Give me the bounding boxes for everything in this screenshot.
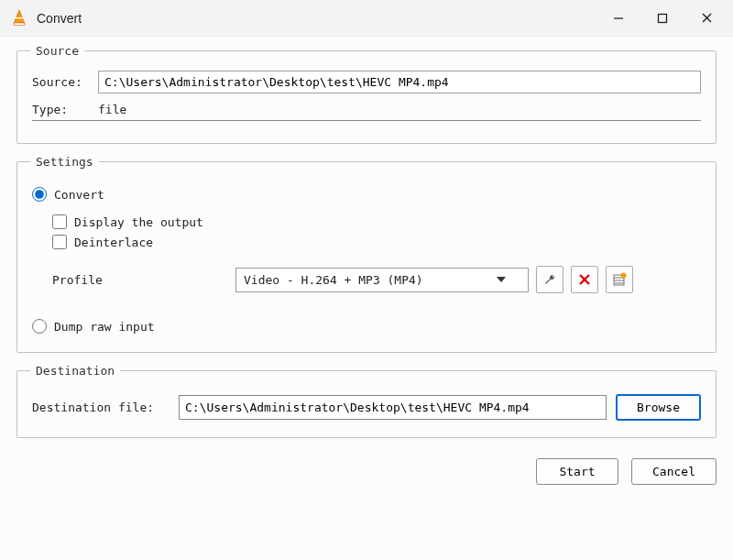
type-value: file [98,103,126,116]
dialog-buttons: Start Cancel [0,456,733,485]
deinterlace-label: Deinterlace [74,236,153,249]
settings-legend: Settings [30,155,99,169]
dropdown-icon [497,277,506,282]
new-profile-icon [612,272,627,287]
dump-raw-radio[interactable]: Dump raw input [32,319,701,334]
convert-radio-input[interactable] [32,187,47,202]
destination-input[interactable] [179,395,607,420]
display-output-checkbox[interactable]: Display the output [52,214,701,229]
new-profile-button[interactable] [606,266,633,293]
source-label: Source: [32,75,98,89]
profile-value: Video - H.264 + MP3 (MP4) [244,273,423,287]
profile-label: Profile [52,273,235,287]
minimize-button[interactable] [597,5,640,32]
destination-legend: Destination [30,364,120,378]
destination-group: Destination Destination file: Browse [16,364,717,438]
svg-rect-0 [14,23,25,25]
close-button[interactable] [685,5,728,32]
svg-rect-1 [16,17,23,18]
profile-select[interactable]: Video - H.264 + MP3 (MP4) [235,268,529,292]
svg-rect-3 [659,14,667,22]
app-icon [9,8,29,28]
deinterlace-input[interactable] [52,235,67,249]
delete-icon [578,273,591,286]
dump-raw-radio-input[interactable] [32,319,47,334]
settings-group: Settings Convert Display the output Dein… [16,155,717,353]
cancel-button[interactable]: Cancel [631,458,717,485]
convert-radio[interactable]: Convert [32,187,701,202]
delete-profile-button[interactable] [571,266,598,293]
source-input[interactable] [98,71,701,93]
source-group: Source Source: Type: file [16,44,717,144]
titlebar: Convert [0,0,733,37]
display-output-label: Display the output [74,215,203,229]
start-button[interactable]: Start [536,458,618,485]
maximize-button[interactable] [641,5,684,32]
window-controls [597,5,728,32]
convert-radio-label: Convert [54,188,104,202]
wrench-icon [542,272,557,287]
destination-label: Destination file: [32,401,179,414]
window-title: Convert [37,11,597,26]
svg-point-12 [621,273,627,279]
edit-profile-button[interactable] [536,266,563,293]
display-output-input[interactable] [52,214,67,229]
type-label: Type: [32,103,98,116]
source-legend: Source [30,44,84,58]
dump-raw-label: Dump raw input [54,320,155,334]
browse-button[interactable]: Browse [616,394,701,421]
deinterlace-checkbox[interactable]: Deinterlace [52,235,701,249]
